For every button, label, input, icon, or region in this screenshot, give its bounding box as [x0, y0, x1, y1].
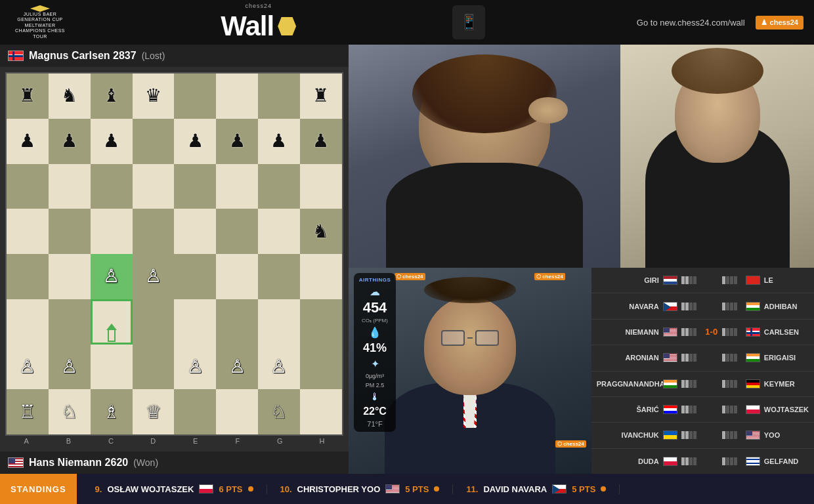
air-humidity: 41%: [363, 341, 387, 355]
air-temp-c: 22°C: [363, 406, 387, 417]
bottom-right: ⬡ chess24 ⬡ chess24 ⬡ chess24: [349, 268, 814, 474]
cell-f2: ♙: [216, 345, 258, 390]
cell-f4: [216, 254, 258, 299]
flag-right-0: [744, 274, 761, 286]
air-temp-f: 71°F: [367, 420, 382, 428]
niemann-silhouette: [349, 45, 620, 268]
cell-f1: [216, 389, 258, 434]
cell-a4: [7, 254, 49, 299]
ticker-flag-2: [552, 484, 567, 494]
cell-e4: [174, 254, 216, 299]
cell-e1: [174, 389, 216, 434]
score-right-5: WOJTASZEK: [764, 406, 809, 413]
score-row-4: PRAGGNANANDHAA KEYMER: [591, 371, 814, 397]
ticker-num-2: 11.: [466, 484, 478, 494]
ticker-pts-0: 6 PTS: [219, 484, 242, 494]
cell-a2: ♙: [7, 345, 49, 390]
label-h: H: [301, 437, 343, 445]
score-left-2: NIEMANN: [597, 328, 659, 336]
flag-norway-top: [8, 51, 24, 61]
cell-c4: ♙: [91, 254, 133, 299]
cell-b3: [49, 299, 91, 345]
air-temp-icon: 🌡: [370, 391, 380, 403]
label-c: C: [90, 437, 132, 445]
flag-right-4: [744, 378, 761, 390]
score-row-5: ŠARIĆ WOJTASZEK: [591, 397, 814, 423]
flag-right-3: [744, 352, 761, 364]
cell-b4: [49, 254, 91, 299]
score-row-1: NAVARA ADHIBAN: [591, 293, 814, 319]
flag-left-3: [662, 352, 679, 364]
ticker-name-1: CHRISTOPHER YOO: [297, 484, 381, 494]
air-quality-widget: AIRTHINGS ☁ 454 CO₂ (PPM) 💧 41% ✦ 0μg/m³…: [354, 273, 396, 432]
cell-h7: ♟: [300, 119, 342, 164]
video-carlsen: [620, 45, 814, 268]
chess24-logo-right: ♟chess24: [756, 16, 803, 30]
cell-a6: [7, 164, 49, 209]
commentator-area: ⬡ chess24 ⬡ chess24 ⬡ chess24: [349, 268, 591, 474]
chess24-watermark-2: ⬡ chess24: [534, 273, 565, 280]
cell-a3: [7, 299, 49, 345]
video-row: [349, 45, 814, 268]
cell-h6: [300, 164, 342, 209]
goto-url: Go to new.chess24.com/wall: [637, 18, 745, 28]
cell-g4: [258, 254, 300, 299]
flag-left-7: [662, 455, 679, 467]
right-panel: ⬡ chess24 ⬡ chess24 ⬡ chess24: [349, 45, 814, 474]
score-right-3: ERIGAISI: [764, 354, 809, 362]
diamond-icon: [30, 5, 50, 12]
carlsen-video-bg: [620, 45, 814, 268]
score-left-0: GIRI: [597, 276, 659, 284]
cell-g5: [258, 209, 300, 254]
score-left-6: IVANCHUK: [597, 431, 659, 439]
cell-c7: ♟: [91, 119, 133, 164]
player-top-name: Magnus Carlsen 2837: [29, 50, 137, 62]
score-row-3: ARONIAN ERIGAISI: [591, 345, 814, 371]
cell-h4: [300, 254, 342, 299]
air-drop-icon: 💧: [368, 326, 381, 339]
phone-icon: 📱: [452, 5, 485, 39]
label-f: F: [217, 437, 259, 445]
board-container: ♜ ♞ ♝ ♛ ♜ ♟ ♟ ♟ ♟ ♟ ♟ ♟: [0, 67, 349, 452]
player-top-bar: Magnus Carlsen 2837 (Lost): [0, 45, 349, 67]
ticker-item-1: 10. CHRISTOPHER YOO 5 PTS: [267, 484, 454, 494]
logo-area: JULIUS BAER GENERATION CUP MELTWATER CHA…: [11, 5, 70, 39]
ticker-pts-1: 5 PTS: [405, 484, 429, 494]
air-pm-icon: ✦: [371, 358, 379, 370]
score-left-4: PRAGGNANANDHAA: [597, 380, 659, 388]
cell-f5: [216, 209, 258, 254]
flag-left-1: [662, 301, 679, 312]
wall-title: Wall: [221, 10, 296, 42]
cell-e7: ♟: [174, 119, 216, 164]
cell-g7: ♟: [258, 119, 300, 164]
left-panel: Magnus Carlsen 2837 (Lost) ♜ ♞ ♝ ♛ ♜ ♟ ♟…: [0, 45, 349, 474]
cell-d8: ♛: [133, 74, 175, 119]
cell-c3: [91, 299, 133, 345]
cell-e3: [174, 299, 216, 345]
cell-g1: ♘: [258, 389, 300, 434]
wall-word: Wall: [221, 10, 274, 42]
bottom-ticker: STANDINGS 9. OSŁAW WOJTASZEK 6 PTS 10. C…: [0, 474, 814, 504]
board-labels-bottom: A B C D E F G H: [5, 436, 343, 446]
cell-b5: [49, 209, 91, 254]
score-result-2: 1-0: [704, 327, 719, 337]
standings-label: STANDINGS: [0, 474, 77, 504]
score-right-7: GELFAND: [764, 457, 809, 465]
label-a: A: [5, 437, 47, 445]
cell-h2: [300, 345, 342, 390]
cell-h5: ♞: [300, 209, 342, 254]
flag-left-6: [662, 429, 679, 441]
chess24-watermark-3: ⬡ chess24: [555, 440, 586, 448]
score-right-4: KEYMER: [764, 380, 809, 388]
flag-left-5: [662, 404, 679, 415]
cell-d2: [133, 345, 175, 390]
cell-d7: [133, 119, 175, 164]
cell-b6: [49, 164, 91, 209]
cell-a7: ♟: [7, 119, 49, 164]
player-bottom-bar: Hans Niemann 2620 (Won): [0, 452, 349, 474]
cell-c2: [91, 345, 133, 390]
score-right-2: CARLSEN: [764, 328, 809, 336]
cell-c5: [91, 209, 133, 254]
niemann-video-bg: [349, 45, 620, 268]
flag-right-7: [744, 455, 761, 467]
